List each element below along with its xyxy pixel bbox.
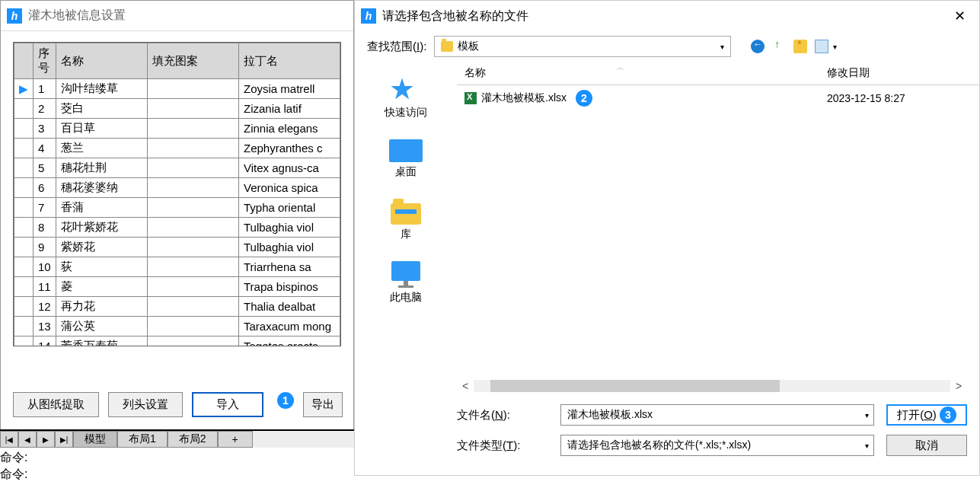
libraries-icon	[391, 199, 421, 225]
scroll-left-icon[interactable]: <	[457, 378, 474, 394]
cell-latin: Vitex agnus-ca	[239, 158, 340, 178]
horizontal-scrollbar[interactable]: < >	[457, 378, 967, 394]
cell-fill	[148, 198, 239, 218]
file-row-name: 灌木地被模板.xlsx	[481, 91, 567, 105]
file-row[interactable]: 灌木地被模板.xlsx 2 2023-12-15 8:27	[457, 85, 979, 111]
place-quick-access[interactable]: ★ 快速访问	[385, 75, 427, 120]
place-desktop[interactable]: 桌面	[389, 139, 423, 179]
open-button[interactable]: 打开(O) 3	[886, 404, 967, 426]
column-settings-button[interactable]: 列头设置	[108, 392, 183, 417]
cell-fill	[148, 336, 239, 347]
place-libraries[interactable]: 库	[391, 199, 421, 241]
cell-name: 蒲公英	[56, 317, 148, 336]
command-line-2: 命令:	[0, 466, 27, 483]
chevron-down-icon: ▾	[720, 43, 724, 51]
view-menu-dropdown-icon[interactable]: ▾	[833, 43, 837, 51]
tab-model[interactable]: 模型	[73, 431, 117, 448]
col-seq[interactable]: 序号	[34, 43, 56, 79]
settings-button-row: 从图纸提取 列头设置 导入 1 导出	[13, 392, 343, 417]
command-line-1: 命令:	[0, 449, 27, 466]
cell-name: 菱	[56, 277, 148, 297]
table-row[interactable]: 14芳香万寿菊Tagetes erecta	[14, 336, 340, 347]
file-list-area: 名称 ︿ 修改日期 灌木地被模板.xlsx 2 2023-12-15 8:27	[457, 62, 979, 381]
extract-from-drawing-button[interactable]: 从图纸提取	[13, 392, 99, 417]
cell-name: 穗花婆婆纳	[56, 178, 148, 198]
tab-nav-first[interactable]: |◀	[0, 431, 18, 448]
cell-seq: 9	[34, 238, 56, 257]
cell-fill	[148, 178, 239, 198]
cell-latin: Zizania latif	[239, 99, 340, 119]
cell-fill	[148, 317, 239, 336]
cell-latin: Taraxacum mong	[239, 317, 340, 336]
plant-table[interactable]: 序号 名称 填充图案 拉丁名 ▶1沟叶结缕草Zoysia matrell2茭白Z…	[14, 43, 340, 346]
folder-icon	[441, 41, 453, 52]
scroll-thumb[interactable]	[490, 380, 780, 392]
table-row[interactable]: 11菱Trapa bispinos	[14, 277, 340, 297]
table-row[interactable]: 6穗花婆婆纳Veronica spica	[14, 178, 340, 198]
tab-nav-last[interactable]: ▶|	[55, 431, 73, 448]
lookin-dropdown[interactable]: 模板 ▾	[434, 36, 731, 57]
import-button[interactable]: 导入	[192, 392, 263, 417]
filename-combobox[interactable]: 灌木地被模板.xlsx ▾	[560, 404, 874, 426]
file-header-name[interactable]: 名称 ︿	[457, 66, 827, 80]
table-row[interactable]: 2茭白Zizania latif	[14, 99, 340, 119]
table-row[interactable]: 9紫娇花Tulbaghia viol	[14, 238, 340, 257]
cell-seq: 8	[34, 218, 56, 238]
table-row[interactable]: 4葱兰Zephyranthes c	[14, 139, 340, 158]
tab-add[interactable]: +	[218, 431, 253, 448]
close-button[interactable]: ✕	[946, 5, 973, 27]
export-button[interactable]: 导出	[303, 392, 343, 417]
cell-seq: 10	[34, 257, 56, 277]
cell-seq: 12	[34, 297, 56, 317]
tab-nav-prev[interactable]: ◀	[18, 431, 37, 448]
excel-file-icon	[464, 92, 477, 104]
filename-label: 文件名(N):	[457, 408, 548, 423]
table-row[interactable]: 7香蒲Typha oriental	[14, 198, 340, 218]
cell-fill	[148, 218, 239, 238]
dialog-app-icon: h	[361, 8, 376, 24]
col-fill[interactable]: 填充图案	[148, 43, 239, 79]
tab-nav-next[interactable]: ▶	[37, 431, 55, 448]
settings-titlebar: h 灌木地被信息设置	[1, 1, 353, 31]
toolbar-icons: ▾	[751, 40, 837, 53]
cell-fill	[148, 119, 239, 139]
cell-name: 再力花	[56, 297, 148, 317]
cell-seq: 4	[34, 139, 56, 158]
row-marker	[14, 336, 34, 347]
tab-layout2[interactable]: 布局2	[168, 431, 218, 448]
filetype-combobox[interactable]: 请选择包含地被名称的文件(*.xls;*.xlsx) ▾	[560, 435, 874, 456]
cell-fill	[148, 238, 239, 257]
table-row[interactable]: 12再力花Thalia dealbat	[14, 297, 340, 317]
table-row[interactable]: 8花叶紫娇花Tulbaghia viol	[14, 218, 340, 238]
settings-title: 灌木地被信息设置	[28, 8, 126, 24]
file-open-dialog: h 请选择包含地被名称的文件 ✕ 查找范围(I): 模板 ▾ ▾ ★ 快速访问 …	[354, 0, 980, 476]
dialog-titlebar: h 请选择包含地被名称的文件 ✕	[355, 1, 979, 31]
place-this-pc[interactable]: 此电脑	[390, 261, 422, 305]
col-name[interactable]: 名称	[56, 43, 148, 79]
scroll-track[interactable]	[474, 380, 950, 392]
new-folder-icon[interactable]	[793, 40, 807, 53]
tab-layout1[interactable]: 布局1	[117, 431, 168, 448]
cell-fill	[148, 277, 239, 297]
file-header-date[interactable]: 修改日期	[827, 66, 979, 80]
back-icon[interactable]	[751, 40, 765, 53]
row-marker	[14, 99, 34, 119]
scroll-right-icon[interactable]: >	[950, 378, 967, 394]
cell-latin: Typha oriental	[239, 198, 340, 218]
cancel-button[interactable]: 取消	[886, 435, 967, 456]
table-row[interactable]: ▶1沟叶结缕草Zoysia matrell	[14, 79, 340, 99]
table-row[interactable]: 10荻Triarrhena sa	[14, 257, 340, 277]
cell-seq: 3	[34, 119, 56, 139]
cell-latin: Zephyranthes c	[239, 139, 340, 158]
view-menu-icon[interactable]	[815, 40, 828, 53]
up-one-level-icon[interactable]	[772, 40, 786, 53]
col-latin[interactable]: 拉丁名	[239, 43, 340, 79]
row-marker	[14, 257, 34, 277]
table-row[interactable]: 3百日草Zinnia elegans	[14, 119, 340, 139]
row-marker	[14, 119, 34, 139]
row-marker	[14, 218, 34, 238]
table-row[interactable]: 13蒲公英Taraxacum mong	[14, 317, 340, 336]
col-marker[interactable]	[14, 43, 34, 79]
cell-latin: Tulbaghia viol	[239, 218, 340, 238]
table-row[interactable]: 5穗花牡荆Vitex agnus-ca	[14, 158, 340, 178]
